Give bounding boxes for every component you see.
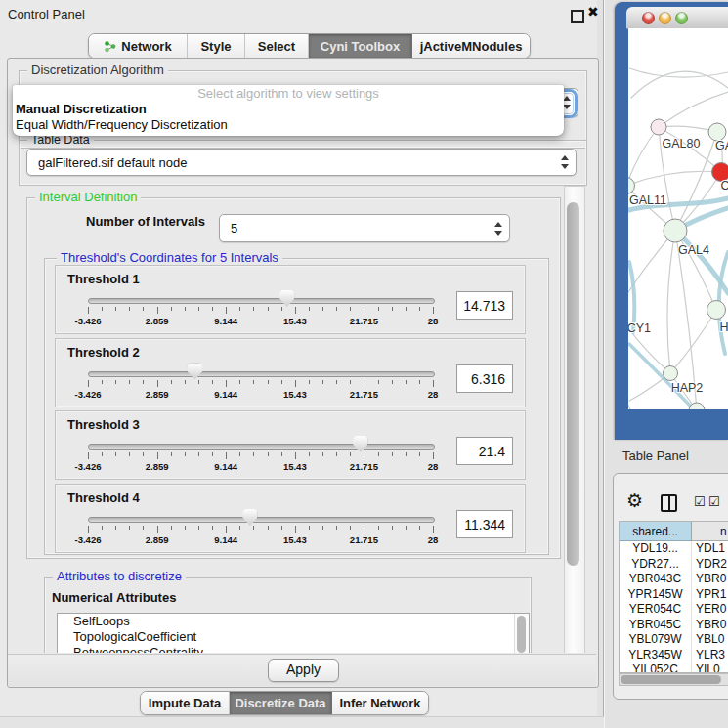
threshold-slider-handle[interactable] — [188, 364, 202, 380]
close-icon[interactable]: ✖ — [587, 4, 599, 20]
attribute-list-item[interactable]: BetweennessCentrality — [58, 645, 529, 653]
threshold-slider-track[interactable] — [88, 517, 435, 523]
table-row[interactable]: YDR27...YDR2 — [620, 557, 728, 573]
table-row[interactable]: YIL052CYIL0 — [620, 663, 728, 673]
float-window-icon[interactable] — [571, 10, 584, 23]
dropdown-option-manual[interactable]: Manual Discretization — [13, 102, 564, 117]
cell-shared-name[interactable]: YBL079W — [620, 632, 692, 648]
tick-mark — [88, 307, 89, 314]
tab-infer-network[interactable]: Infer Network — [332, 692, 428, 714]
tick-mark — [268, 380, 269, 384]
tick-label: 9.144 — [201, 316, 250, 326]
close-traffic-light-icon[interactable] — [642, 12, 655, 24]
cell-shared-name[interactable]: YDR27... — [620, 557, 692, 573]
tick-mark — [185, 452, 186, 456]
tick-label: 28 — [408, 316, 457, 326]
cell-shared-name[interactable]: YIL052C — [620, 663, 692, 673]
threshold-slider-handle[interactable] — [242, 509, 257, 526]
network-node-hap2[interactable] — [664, 366, 678, 381]
cell-name[interactable]: YPR1 — [692, 587, 728, 603]
table-row[interactable]: YER054CYER0 — [620, 602, 728, 618]
gear-icon[interactable]: ⚙ — [626, 490, 643, 512]
tab-discretize-data[interactable]: Discretize Data — [230, 692, 332, 714]
threshold-slider-track[interactable] — [88, 298, 435, 304]
tab-style[interactable]: Style — [188, 34, 245, 58]
table-row[interactable]: YDL19...YDL1 — [620, 541, 728, 557]
cell-shared-name[interactable]: YBR043C — [620, 572, 692, 587]
split-view-icon[interactable] — [661, 494, 677, 512]
vertical-scrollbar[interactable] — [564, 186, 585, 653]
table-row[interactable]: YPR145WYPR1 — [620, 587, 728, 603]
table-data-select[interactable]: galFiltered.sif default node — [26, 149, 577, 176]
horizontal-scrollbar-thumb[interactable] — [621, 675, 721, 684]
network-window-titlebar[interactable] — [626, 7, 728, 29]
cell-shared-name[interactable]: YDL19... — [620, 541, 692, 557]
tab-network[interactable]: Network — [89, 34, 188, 58]
threshold-slider-track[interactable] — [88, 444, 435, 450]
table-rows: YDL19...YDL1YDR27...YDR2YBR043CYBR0YPR14… — [620, 541, 728, 673]
cell-name[interactable]: YBR0 — [692, 618, 728, 633]
cell-name[interactable]: YLR3 — [692, 648, 728, 664]
network-node-gal4[interactable] — [664, 219, 687, 242]
network-canvas[interactable]: GAL80GACGAL11GAL4GCY1HHAP2 — [628, 28, 728, 409]
number-of-intervals-select[interactable]: 5 — [219, 214, 510, 242]
table-row[interactable]: YBR045CYBR0 — [620, 618, 728, 633]
threshold-value-field[interactable]: 11.344 — [456, 510, 513, 538]
tab-cyni-toolbox[interactable]: Cyni Toolbox — [309, 34, 412, 58]
cell-name[interactable]: YDR2 — [692, 557, 728, 573]
cell-shared-name[interactable]: YBR045C — [620, 618, 692, 633]
cell-shared-name[interactable]: YPR145W — [620, 587, 692, 603]
apply-button[interactable]: Apply — [268, 659, 339, 682]
tick-mark — [268, 452, 269, 456]
attribute-list-item[interactable]: SelfLoops — [58, 614, 529, 629]
checkbox-icon[interactable]: ☑ — [694, 494, 706, 509]
interval-definition-label: Interval Definition — [35, 190, 141, 205]
column-header-name[interactable]: n — [692, 522, 728, 541]
threshold-4-box: Threshold 4-3.4262.8599.14415.4321.71528… — [55, 484, 526, 553]
checkbox-icon[interactable]: ☑ — [708, 494, 720, 509]
tick-label: 2.859 — [133, 389, 182, 400]
cell-name[interactable]: YBL0 — [692, 632, 728, 648]
network-node-h[interactable] — [707, 301, 726, 320]
table-row[interactable]: YBR043CYBR0 — [620, 572, 728, 587]
minimize-traffic-light-icon[interactable] — [659, 12, 671, 24]
tab-jactivemnodules[interactable]: jActiveMNodules — [412, 34, 530, 58]
cell-name[interactable]: YBR0 — [692, 572, 728, 587]
list-scrollbar-thumb[interactable] — [517, 616, 526, 653]
network-node-gal80[interactable] — [651, 119, 666, 135]
threshold-slider-handle[interactable] — [353, 436, 367, 452]
tab-select[interactable]: Select — [245, 34, 309, 58]
tick-mark — [281, 452, 282, 456]
tick-mark — [185, 526, 186, 530]
tab-impute-data[interactable]: Impute Data — [141, 692, 230, 714]
zoom-traffic-light-icon[interactable] — [675, 12, 688, 24]
table-row[interactable]: YLR345WYLR3 — [620, 648, 728, 664]
tick-mark — [322, 526, 323, 530]
tick-mark — [281, 380, 282, 384]
tick-mark — [212, 526, 213, 530]
vertical-scrollbar-thumb[interactable] — [567, 202, 579, 566]
threshold-value-field[interactable]: 6.316 — [456, 364, 513, 393]
cell-shared-name[interactable]: YER054C — [620, 602, 692, 618]
network-view-window[interactable]: GAL80GACGAL11GAL4GCY1HHAP2 — [615, 2, 728, 440]
horizontal-scrollbar[interactable] — [619, 673, 728, 686]
threshold-slider-handle[interactable] — [279, 290, 294, 307]
list-scrollbar[interactable] — [514, 614, 529, 653]
cell-shared-name[interactable]: YLR345W — [620, 648, 692, 664]
settings-scroll-pane: Interval Definition Number of Intervals … — [19, 186, 585, 653]
column-header-shared-name[interactable]: shared... — [620, 522, 692, 541]
attribute-list-item[interactable]: TopologicalCoefficient — [58, 629, 529, 645]
dropdown-option-equal-width[interactable]: Equal Width/Frequency Discretization — [13, 117, 564, 133]
table-row[interactable]: YBL079WYBL0 — [620, 632, 728, 648]
cell-name[interactable]: YDL1 — [692, 541, 728, 557]
cell-name[interactable]: YER0 — [692, 602, 728, 618]
threshold-slider-track[interactable] — [88, 371, 435, 377]
tick-mark — [212, 452, 213, 456]
cell-name[interactable]: YIL0 — [692, 663, 728, 673]
threshold-value-field[interactable]: 21.4 — [456, 437, 513, 465]
threshold-value-field[interactable]: 14.713 — [456, 291, 513, 320]
numerical-attributes-list[interactable]: SelfLoopsTopologicalCoefficientBetweenne… — [57, 613, 530, 653]
tick-mark — [226, 526, 227, 533]
tick-label: 21.715 — [339, 461, 388, 472]
network-node-gal11[interactable] — [628, 178, 635, 194]
